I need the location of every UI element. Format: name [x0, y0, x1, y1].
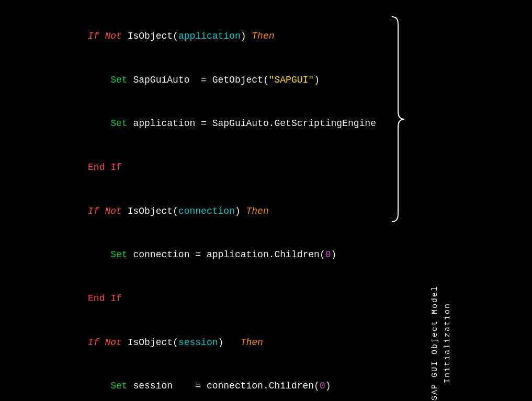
code-line-6: Set connection = application.Children(0) — [31, 233, 376, 277]
code-line-1: If Not IsObject(application) Then — [31, 15, 376, 59]
code-line-2: Set SapGuiAuto = GetObject("SAPGUI") — [31, 59, 376, 102]
sidebar-label-line2: Initialization — [443, 303, 452, 383]
brace-section: SAP GUI Object Model Initialization — [376, 15, 470, 401]
code-line-9: Set session = connection.Children(0) — [31, 364, 376, 401]
right-brace-svg — [387, 15, 408, 224]
sidebar-label-line1: SAP GUI Object Model — [431, 285, 439, 400]
main-content: If Not IsObject(application) Then Set Sa… — [31, 15, 532, 401]
code-line-3: Set application = SapGuiAuto.GetScriptin… — [31, 102, 376, 146]
code-line-5: If Not IsObject(connection) Then — [31, 190, 376, 234]
code-block: If Not IsObject(application) Then Set Sa… — [31, 15, 376, 401]
code-line-7: End If — [31, 277, 376, 321]
top-section: If Not IsObject(application) Then Set Sa… — [31, 15, 532, 401]
code-line-8: If Not IsObject(session) Then — [31, 321, 376, 365]
sidebar-label: SAP GUI Object Model Initialization — [413, 15, 470, 401]
code-line-4: End If — [31, 146, 376, 190]
